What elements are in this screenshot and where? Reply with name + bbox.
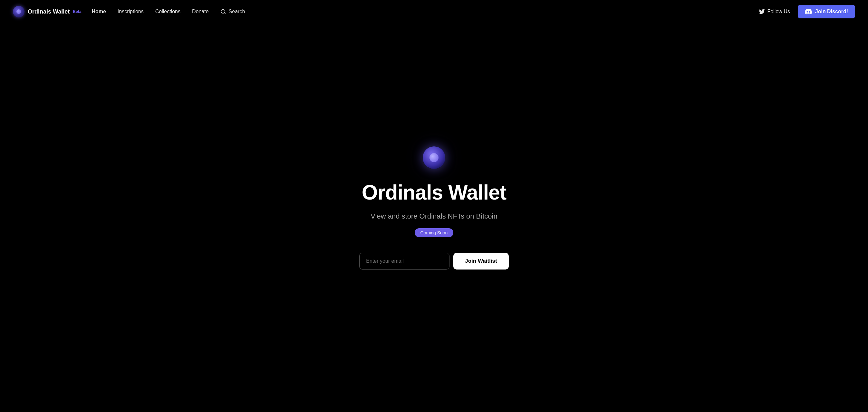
beta-badge: Beta [73,9,81,14]
nav-search[interactable]: Search [220,9,245,14]
follow-us-link[interactable]: Follow Us [759,9,790,14]
nav-link-collections[interactable]: Collections [155,9,180,14]
logo-text: Ordinals Wallet [28,8,70,15]
hero-title: Ordinals Wallet [362,180,506,204]
join-waitlist-button[interactable]: Join Waitlist [453,253,509,269]
coming-soon-badge: Coming Soon [415,228,454,237]
nav-link-donate[interactable]: Donate [192,9,209,14]
navbar: Ordinals Wallet Beta Home Inscriptions C… [0,0,868,23]
nav-left: Ordinals Wallet Beta Home Inscriptions C… [13,6,245,18]
logo-group[interactable]: Ordinals Wallet Beta [13,6,81,18]
hero-logo-icon [423,146,445,169]
nav-right: Follow Us Join Discord! [759,5,855,19]
search-icon [220,9,226,14]
nav-link-inscriptions[interactable]: Inscriptions [118,9,144,14]
nav-item-inscriptions[interactable]: Inscriptions [118,9,144,14]
discord-btn-label: Join Discord! [815,9,848,14]
nav-link-home[interactable]: Home [92,9,106,14]
search-label: Search [229,9,245,14]
twitter-icon [759,9,765,14]
nav-item-home[interactable]: Home [92,9,106,14]
waitlist-form: Join Waitlist [359,253,509,269]
discord-icon [805,8,812,15]
nav-links: Home Inscriptions Collections Donate Sea… [92,9,245,14]
nav-item-collections[interactable]: Collections [155,9,180,14]
nav-item-donate[interactable]: Donate [192,9,209,14]
email-input[interactable] [359,253,450,269]
hero-subtitle: View and store Ordinals NFTs on Bitcoin [371,212,497,220]
svg-line-1 [224,12,225,13]
discord-button[interactable]: Join Discord! [798,5,855,19]
follow-us-label: Follow Us [768,9,790,14]
hero-section: Ordinals Wallet View and store Ordinals … [0,10,868,399]
logo-icon [13,6,25,18]
